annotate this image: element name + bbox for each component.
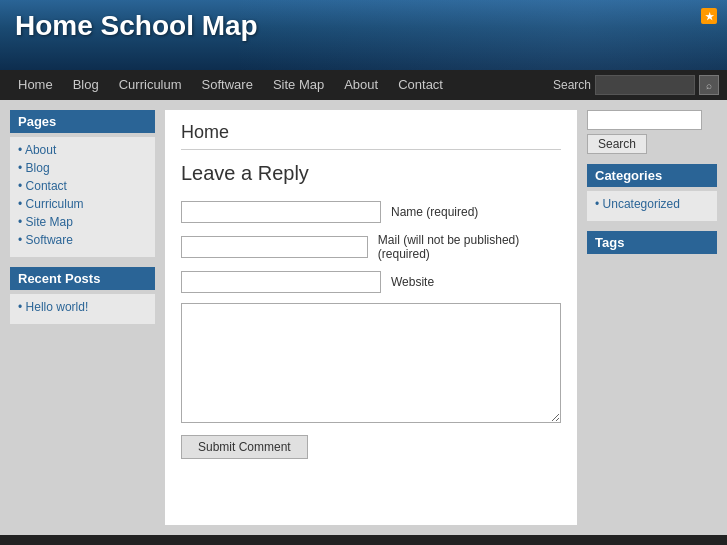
uncategorized-link[interactable]: Uncategorized — [603, 197, 680, 211]
main-content: Home Leave a Reply Name (required) Mail … — [165, 110, 577, 525]
site-title: Home School Map — [15, 10, 712, 42]
website-input[interactable] — [181, 271, 381, 293]
categories-list: Uncategorized — [587, 191, 717, 221]
recent-posts-section-title: Recent Posts — [10, 267, 155, 290]
nav-about[interactable]: About — [334, 70, 388, 100]
nav-sitemap[interactable]: Site Map — [263, 70, 334, 100]
pages-sitemap-link[interactable]: Site Map — [26, 215, 73, 229]
pages-blog-link[interactable]: Blog — [26, 161, 50, 175]
website-label: Website — [391, 275, 434, 289]
mail-field-row: Mail (will not be published) (required) — [181, 233, 561, 261]
pages-about-link[interactable]: About — [25, 143, 56, 157]
comment-textarea[interactable] — [181, 303, 561, 423]
nav-search-label: Search — [553, 78, 591, 92]
tags-section-title: Tags — [587, 231, 717, 254]
pages-section-title: Pages — [10, 110, 155, 133]
mail-label: Mail (will not be published) (required) — [378, 233, 561, 261]
list-item[interactable]: Software — [18, 231, 147, 249]
sidebar-right: Search Categories Uncategorized Tags — [587, 110, 717, 525]
pages-software-link[interactable]: Software — [26, 233, 73, 247]
name-field-row: Name (required) — [181, 201, 561, 223]
nav-curriculum[interactable]: Curriculum — [109, 70, 192, 100]
main-wrapper: Pages About Blog Contact Curriculum Site… — [0, 100, 727, 535]
name-label: Name (required) — [391, 205, 478, 219]
nav-software[interactable]: Software — [192, 70, 263, 100]
list-item[interactable]: Uncategorized — [595, 195, 709, 213]
nav-search-input[interactable] — [595, 75, 695, 95]
nav-home[interactable]: Home — [8, 70, 63, 100]
pages-list: About Blog Contact Curriculum Site Map S… — [10, 137, 155, 257]
search-input[interactable] — [587, 110, 702, 130]
nav-contact[interactable]: Contact — [388, 70, 453, 100]
pages-contact-link[interactable]: Contact — [26, 179, 67, 193]
site-footer: Copyright © 2009 Home School Map | All R… — [0, 535, 727, 545]
page-title: Home — [181, 122, 561, 150]
recent-hello-world-link[interactable]: Hello world! — [26, 300, 89, 314]
sidebar-left: Pages About Blog Contact Curriculum Site… — [10, 110, 155, 525]
mail-input[interactable] — [181, 236, 368, 258]
categories-section-title: Categories — [587, 164, 717, 187]
name-input[interactable] — [181, 201, 381, 223]
pages-curriculum-link[interactable]: Curriculum — [26, 197, 84, 211]
navigation-bar: Home Blog Curriculum Software Site Map A… — [0, 70, 727, 100]
nav-blog[interactable]: Blog — [63, 70, 109, 100]
list-item[interactable]: Curriculum — [18, 195, 147, 213]
list-item[interactable]: About — [18, 141, 147, 159]
list-item[interactable]: Hello world! — [18, 298, 147, 316]
list-item[interactable]: Blog — [18, 159, 147, 177]
recent-posts-list: Hello world! — [10, 294, 155, 324]
list-item[interactable]: Site Map — [18, 213, 147, 231]
nav-search-area: Search ⌕ — [553, 75, 719, 95]
search-button[interactable]: Search — [587, 134, 647, 154]
website-field-row: Website — [181, 271, 561, 293]
submit-comment-button[interactable]: Submit Comment — [181, 435, 308, 459]
list-item[interactable]: Contact — [18, 177, 147, 195]
nav-items: Home Blog Curriculum Software Site Map A… — [8, 70, 553, 100]
leave-reply-title: Leave a Reply — [181, 162, 561, 185]
site-header: Home School Map ★ — [0, 0, 727, 70]
nav-search-button[interactable]: ⌕ — [699, 75, 719, 95]
